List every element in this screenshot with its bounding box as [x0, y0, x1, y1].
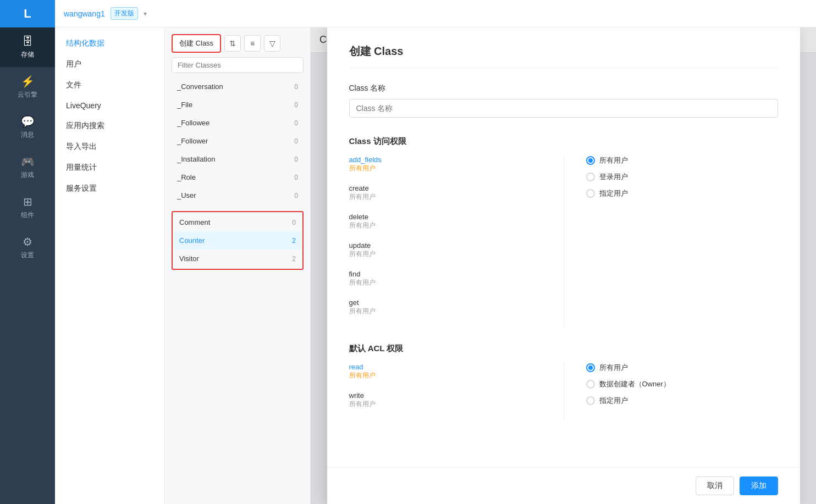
class-name-input[interactable]: [349, 99, 778, 118]
nav-label-game: 游戏: [21, 170, 34, 180]
second-sidebar: 结构化数据 用户 文件 LiveQuery 应用内搜索 导入导出 用量统计 服务…: [55, 27, 165, 504]
sidebar-item-usage-stats[interactable]: 用量统计: [55, 157, 164, 178]
top-bar-chevron-icon[interactable]: ▾: [144, 10, 147, 18]
nav-item-storage[interactable]: 🗄 存储: [0, 27, 55, 67]
nav-item-settings[interactable]: ⚙ 设置: [0, 228, 55, 268]
class-panel: 创建 Class ⇅ ≡ ▽ _Conversation 0 _File: [165, 27, 311, 504]
app-logo: L: [0, 0, 55, 27]
permissions-grid: add_fields 所有用户 create 所有用户 delete: [349, 156, 778, 327]
radio-all-users[interactable]: 所有用户: [586, 156, 778, 165]
acl-permissions-grid: read 所有用户 write 所有用户: [349, 363, 778, 420]
cloud-icon: ⚡: [21, 75, 35, 88]
system-class-list: _Conversation 0 _File 0 _Followee 0 _F: [172, 77, 304, 204]
nav-label-cloud: 云引擎: [18, 90, 37, 99]
data-area: Counter _object 创建 Class Class 名称 Class …: [311, 27, 816, 504]
modal-title: 创建 Class: [349, 44, 778, 68]
acl-section: 默认 ACL 权限 read 所有用户: [349, 344, 778, 420]
sidebar-item-service-settings[interactable]: 服务设置: [55, 178, 164, 199]
class-item-role[interactable]: _Role 0: [172, 168, 304, 186]
acl-write: write 所有用户: [349, 391, 542, 409]
nav-label-component: 组件: [21, 211, 34, 220]
perm-get: get 所有用户: [349, 298, 542, 316]
class-item-user[interactable]: _User 0: [172, 186, 304, 204]
top-bar-version-badge: 开发版: [111, 7, 138, 20]
modal-footer: 取消 添加: [327, 467, 800, 504]
main-content: 创建 Class ⇅ ≡ ▽ _Conversation 0 _File: [165, 27, 816, 504]
radio-logged-users[interactable]: 登录用户: [586, 172, 778, 182]
default-acl-title: 默认 ACL 权限: [349, 344, 778, 354]
acl-radio-circle-all-users: [586, 363, 595, 372]
acl-radio-owner[interactable]: 数据创建者（Owner）: [586, 379, 778, 389]
filter-classes-input[interactable]: [172, 57, 304, 73]
acl-radio-column: 所有用户 数据创建者（Owner）: [564, 363, 778, 420]
nav-item-component[interactable]: ⊞ 组件: [0, 187, 55, 228]
class-item-followee[interactable]: _Followee 0: [172, 114, 304, 132]
perm-delete: delete 所有用户: [349, 213, 542, 230]
create-class-button[interactable]: 创建 Class: [172, 34, 221, 53]
sort-icon-button[interactable]: ⇅: [224, 35, 241, 52]
class-item-conversation[interactable]: _Conversation 0: [172, 77, 304, 96]
nav-label-settings: 设置: [21, 251, 34, 260]
top-bar-username: wangwang1: [64, 9, 105, 18]
radio-circle-logged-users: [586, 173, 595, 181]
acl-radio-all-users[interactable]: 所有用户: [586, 363, 778, 373]
game-icon: 🎮: [21, 155, 35, 168]
create-class-modal: 创建 Class Class 名称 Class 访问权限 add_fields …: [327, 27, 800, 504]
storage-icon: 🗄: [22, 35, 33, 48]
acl-items-column: read 所有用户 write 所有用户: [349, 363, 564, 420]
perm-create: create 所有用户: [349, 184, 542, 202]
class-panel-header: 创建 Class ⇅ ≡ ▽: [172, 34, 304, 53]
class-item-file[interactable]: _File 0: [172, 96, 304, 114]
access-permission-title: Class 访问权限: [349, 136, 778, 147]
nav-item-cloud[interactable]: ⚡ 云引擎: [0, 67, 55, 107]
class-item-counter[interactable]: Counter 2: [174, 231, 301, 250]
sidebar-item-user[interactable]: 用户: [55, 54, 164, 75]
nav-item-message[interactable]: 💬 消息: [0, 107, 55, 147]
message-icon: 💬: [21, 115, 35, 128]
permission-radio-column: 所有用户 登录用户 指定用户: [564, 156, 778, 327]
acl-read: read 所有用户: [349, 363, 542, 380]
custom-class-group: Comment 0 Counter 2 Visitor 2: [172, 211, 304, 270]
radio-circle-all-users: [586, 156, 595, 165]
acl-radio-circle-specified-users: [586, 396, 595, 405]
sidebar-item-file[interactable]: 文件: [55, 75, 164, 96]
filter-icon-button[interactable]: ▽: [264, 35, 280, 52]
class-item-visitor[interactable]: Visitor 2: [174, 250, 301, 268]
sidebar-item-structured-data[interactable]: 结构化数据: [55, 33, 164, 54]
class-item-installation[interactable]: _Installation 0: [172, 150, 304, 168]
sidebar-item-livequery[interactable]: LiveQuery: [55, 96, 164, 115]
radio-circle-specified-users: [586, 189, 595, 198]
left-navigation: L 🗄 存储 ⚡ 云引擎 💬 消息 🎮 游戏 ⊞ 组件 ⚙ 设置: [0, 0, 55, 504]
component-icon: ⊞: [23, 195, 32, 208]
permission-radio-group: 所有用户 登录用户 指定用户: [586, 156, 778, 198]
sort-desc-icon-button[interactable]: ≡: [244, 35, 261, 52]
acl-radio-group: 所有用户 数据创建者（Owner）: [586, 363, 778, 406]
top-bar: wangwang1 开发版 ▾: [55, 0, 816, 27]
settings-nav-icon: ⚙: [23, 235, 32, 248]
sidebar-item-in-app-search[interactable]: 应用内搜索: [55, 115, 164, 136]
confirm-button[interactable]: 添加: [740, 477, 778, 495]
perm-find: find 所有用户: [349, 270, 542, 287]
acl-radio-circle-owner: [586, 380, 595, 389]
nav-label-storage: 存储: [21, 50, 34, 59]
modal-overlay: 创建 Class Class 名称 Class 访问权限 add_fields …: [311, 27, 816, 504]
class-item-follower[interactable]: _Follower 0: [172, 132, 304, 150]
class-name-label: Class 名称: [349, 84, 778, 93]
radio-specified-users[interactable]: 指定用户: [586, 189, 778, 198]
perm-update: update 所有用户: [349, 241, 542, 259]
nav-item-game[interactable]: 🎮 游戏: [0, 147, 55, 187]
cancel-button[interactable]: 取消: [696, 477, 734, 495]
class-item-comment[interactable]: Comment 0: [174, 213, 301, 231]
permission-items-column: add_fields 所有用户 create 所有用户 delete: [349, 156, 564, 327]
perm-add-fields: add_fields 所有用户: [349, 156, 542, 173]
sidebar-item-import-export[interactable]: 导入导出: [55, 136, 164, 157]
nav-label-message: 消息: [21, 130, 34, 140]
acl-radio-specified-users[interactable]: 指定用户: [586, 396, 778, 406]
